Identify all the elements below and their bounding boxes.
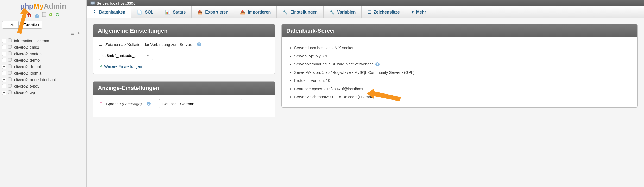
db-tree: +information_schema+olivero2_cms1+oliver… — [0, 35, 86, 96]
server-info-item: Protokoll-Version: 10 — [294, 78, 632, 83]
expand-icon[interactable]: + — [2, 71, 6, 75]
help-icon[interactable]: ? — [197, 42, 201, 46]
person-icon — [99, 101, 103, 106]
help-icon[interactable]: ? — [375, 62, 380, 66]
db-name: olivero2_contao — [14, 51, 42, 56]
database-icon — [8, 45, 12, 49]
tab-label: Zeichensätze — [374, 10, 400, 15]
panel-display: Anzeige-Einstellungen Sprache (Language)… — [93, 81, 275, 117]
sql-icon[interactable] — [42, 12, 46, 17]
db-name: olivero2_demo — [14, 58, 40, 62]
database-icon — [8, 77, 12, 82]
database-icon — [8, 71, 12, 75]
server-info-item: Server-Zeichensatz: UTF-8 Unicode (utf8m… — [294, 94, 632, 99]
main-tab[interactable]: ☰Zeichensätze — [362, 6, 406, 18]
panel-title: Datenbank-Server — [282, 24, 637, 37]
db-item[interactable]: +olivero2_demo — [2, 57, 84, 63]
db-name: olivero2_typo3 — [14, 84, 40, 88]
main-tab[interactable]: 📄SQL — [131, 6, 159, 18]
svg-point-2 — [50, 14, 51, 15]
main: Server: localhost:3306 🗄Datenbanken📄SQL📊… — [87, 0, 644, 187]
server-info-item: Server-Typ: MySQL — [294, 54, 632, 59]
tab-label: Exportieren — [205, 10, 228, 15]
db-item[interactable]: +information_schema — [2, 37, 84, 44]
help-icon[interactable]: ? — [34, 13, 40, 18]
expand-icon[interactable]: + — [2, 78, 6, 82]
sidebar-icon-row: ? — [0, 11, 86, 21]
database-icon — [8, 38, 12, 43]
server-breadcrumb[interactable]: Server: localhost:3306 — [97, 1, 135, 5]
server-info-item: Benutzer: cpses_olmfzsuw0f@localhost — [294, 86, 632, 91]
tab-icon: ▾ — [412, 10, 414, 15]
tab-icon: 📊 — [165, 10, 170, 15]
main-tab[interactable]: 📥Importieren — [234, 6, 277, 18]
database-icon — [8, 64, 12, 69]
db-item[interactable]: +olivero2_drupal — [2, 63, 84, 70]
logo: phpMyAdmin — [0, 0, 86, 11]
db-name: olivero2_drupal — [14, 64, 41, 69]
language-label: Sprache (Language) — [106, 102, 142, 106]
panel-title: Allgemeine Einstellungen — [93, 24, 275, 37]
topbar: Server: localhost:3306 — [87, 0, 644, 6]
db-item[interactable]: +olivero2_wp — [2, 89, 84, 96]
list-icon: ☰ — [99, 42, 102, 47]
expand-icon[interactable]: + — [2, 52, 6, 56]
main-tab[interactable]: 🔧Einstellungen — [277, 6, 324, 18]
panel-server: Datenbank-Server Server: Localhost via U… — [281, 24, 638, 108]
reload-icon[interactable] — [55, 12, 60, 17]
server-info-item: Server-Verbindung: SSL wird nicht verwen… — [294, 62, 632, 67]
server-info-item: Server-Version: 5.7.41-log-cll-lve - MyS… — [294, 70, 632, 75]
charset-select[interactable]: utf8mb4_unicode_ci — [99, 51, 153, 60]
expand-icon[interactable]: + — [2, 65, 6, 69]
main-tabs: 🗄Datenbanken📄SQL📊Status📤Exportieren📥Impo… — [87, 6, 644, 18]
expand-icon[interactable]: + — [2, 58, 6, 62]
tab-label: Datenbanken — [99, 10, 125, 15]
gear-icon[interactable] — [49, 12, 53, 17]
tab-icon: 📤 — [197, 10, 203, 15]
charset-label: Zeichensatz/Kollation der Verbindung zum… — [105, 42, 192, 47]
link-icon[interactable]: ⚭ — [77, 31, 80, 35]
db-name: olivero2_wp — [14, 90, 35, 95]
tab-label: Status — [173, 10, 186, 15]
db-name: olivero2_cms1 — [14, 45, 39, 49]
svg-rect-0 — [42, 12, 46, 17]
main-tab[interactable]: 📤Exportieren — [192, 6, 234, 18]
svg-rect-14 — [99, 68, 103, 68]
main-tab[interactable]: 🗄Datenbanken — [87, 6, 131, 18]
sidebar-tabs: Letzte Favoriten — [0, 21, 86, 29]
tab-label: Mehr — [416, 10, 426, 15]
expand-icon[interactable]: + — [2, 84, 6, 88]
database-icon — [8, 51, 12, 56]
db-item[interactable]: +olivero2_joomla — [2, 70, 84, 76]
db-item[interactable]: +olivero2_contao — [2, 50, 84, 57]
tab-label: SQL — [145, 10, 153, 15]
main-tab[interactable]: ▾Mehr — [406, 6, 432, 18]
tab-icon: 🔧 — [282, 10, 288, 15]
tab-icon: 🗄 — [92, 10, 97, 15]
expand-icon[interactable]: + — [2, 45, 6, 49]
db-item[interactable]: +olivero2_neuedatenbank — [2, 76, 84, 83]
main-tab[interactable]: 📊Status — [159, 6, 192, 18]
collapse-icon[interactable]: ▬ — [71, 31, 74, 35]
db-item[interactable]: +olivero2_typo3 — [2, 83, 84, 89]
tab-label: Variablen — [337, 10, 356, 15]
database-icon — [8, 84, 12, 88]
tab-label: Importieren — [248, 10, 271, 15]
tab-icon: 🔧 — [329, 10, 334, 15]
more-settings-link[interactable]: Weitere Einstellungen — [99, 64, 142, 69]
db-name: olivero2_neuedatenbank — [14, 77, 57, 82]
expand-icon[interactable]: + — [2, 91, 6, 95]
expand-icon[interactable]: + — [2, 39, 6, 43]
panel-general: Allgemeine Einstellungen ☰ Zeichensatz/K… — [93, 24, 275, 74]
db-item[interactable]: +olivero2_cms1 — [2, 44, 84, 50]
home-icon[interactable] — [27, 12, 31, 17]
help-icon[interactable]: ? — [147, 102, 151, 106]
tab-label: Einstellungen — [290, 10, 318, 15]
language-select[interactable]: Deutsch - German — [159, 99, 242, 108]
db-name: olivero2_joomla — [14, 71, 41, 75]
tab-recent[interactable]: Letzte — [2, 21, 19, 29]
database-icon — [8, 58, 12, 62]
tab-icon: 📄 — [137, 10, 142, 15]
main-tab[interactable]: 🔧Variablen — [324, 6, 362, 18]
tab-favorites[interactable]: Favoriten — [20, 21, 42, 29]
